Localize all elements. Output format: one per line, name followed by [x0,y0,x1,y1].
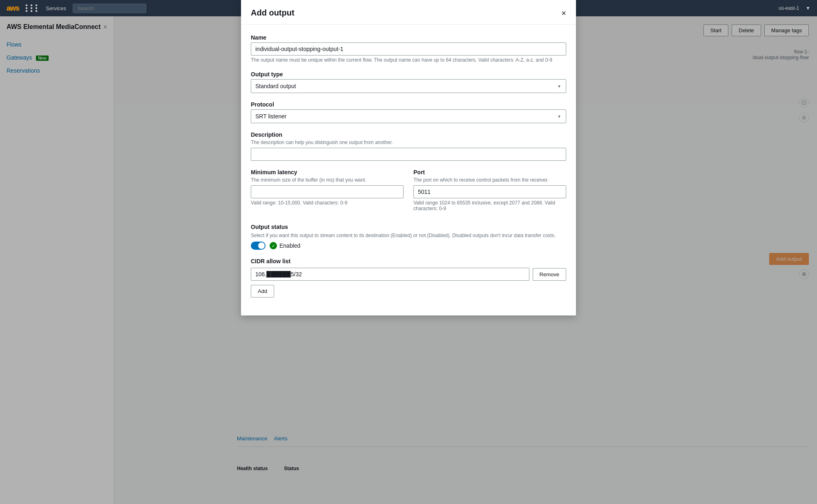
min-latency-hint: The minimum size of the buffer (in ms) t… [251,177,404,183]
name-label: Name [251,34,566,41]
output-status-hint: Select if you want this output to stream… [251,233,566,238]
name-input[interactable] [251,42,566,56]
port-validation: Valid range 1024 to 65535 inclusive, exc… [413,200,566,211]
output-type-label: Output type [251,71,566,78]
output-status-title: Output status [251,224,566,230]
name-hint: The output name must be unique within th… [251,57,566,63]
description-group: Description The description can help you… [251,131,566,161]
description-input[interactable] [251,148,566,161]
aws-logo: aws [7,4,19,13]
nav-region[interactable]: us-east-1 [779,5,799,11]
min-latency-input[interactable] [251,185,404,198]
protocol-select[interactable]: SRT listener SRT caller RTP RTP-FEC RIST… [251,109,566,123]
search-input[interactable] [73,4,146,13]
toggle-container: ✓ Enabled [251,242,566,250]
protocol-group: Protocol SRT listener SRT caller RTP RTP… [251,101,566,123]
latency-port-row: Minimum latency The minimum size of the … [251,169,566,214]
port-hint: The port on which to receive control pac… [413,177,566,183]
output-type-select[interactable]: Standard output VPC output CDI output [251,79,566,93]
cidr-input[interactable] [251,268,529,281]
services-link[interactable]: Services [46,5,66,11]
protocol-select-wrapper: SRT listener SRT caller RTP RTP-FEC RIST… [251,109,566,123]
port-col: Port The port on which to receive contro… [413,169,566,214]
output-type-select-wrapper: Standard output VPC output CDI output [251,79,566,93]
min-latency-validation: Valid range: 10-15,000. Valid characters… [251,200,404,206]
output-type-group: Output type Standard output VPC output C… [251,71,566,93]
name-group: Name The output name must be unique with… [251,34,566,63]
port-label: Port [413,169,566,175]
toggle-status: ✓ Enabled [270,242,300,249]
port-input[interactable] [413,185,566,198]
description-label: Description [251,131,566,138]
modal-header: Add output × [241,0,576,24]
modal-title: Add output [251,8,295,18]
toggle-status-label: Enabled [279,242,300,249]
min-latency-col: Minimum latency The minimum size of the … [251,169,404,214]
remove-cidr-button[interactable]: Remove [533,268,566,281]
check-icon: ✓ [270,242,277,249]
cidr-title: CIDR allow list [251,258,566,264]
modal-close-button[interactable]: × [561,9,566,17]
description-hint: The description can help you distinguish… [251,140,566,145]
cidr-row: Remove [251,268,566,281]
modal-body: Name The output name must be unique with… [241,24,576,315]
cidr-group: CIDR allow list Remove Add [251,258,566,298]
output-status-group: Output status Select if you want this ou… [251,224,566,250]
output-status-toggle[interactable] [251,242,266,250]
nav-right: us-east-1 ▼ [779,5,810,11]
min-latency-label: Minimum latency [251,169,404,175]
nav-account[interactable]: ▼ [806,5,810,11]
add-cidr-button[interactable]: Add [251,285,274,298]
add-output-modal: Add output × Name The output name must b… [241,0,576,315]
protocol-label: Protocol [251,101,566,108]
services-menu-icon[interactable] [26,4,39,12]
